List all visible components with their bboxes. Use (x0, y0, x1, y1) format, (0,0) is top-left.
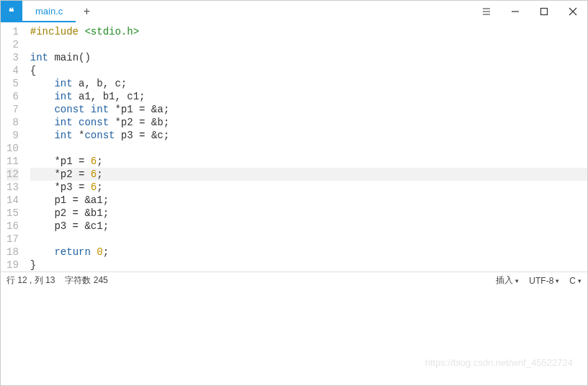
line-number: 2 (6, 38, 19, 51)
line-number: 13 (6, 181, 19, 194)
close-button[interactable] (558, 1, 587, 22)
line-number: 11 (6, 155, 19, 168)
titlebar: ❝ main.c + (1, 1, 587, 22)
line-number: 8 (6, 116, 19, 129)
code-line[interactable]: *p1 = 6; (30, 155, 587, 168)
tab-main-c[interactable]: main.c (22, 1, 76, 22)
line-number: 16 (6, 220, 19, 233)
line-number: 6 (6, 90, 19, 103)
char-count[interactable]: 字符数 245 (65, 274, 107, 287)
new-tab-button[interactable]: + (76, 1, 97, 22)
code-editor[interactable]: 12345678910111213141516171819 #include <… (1, 22, 587, 271)
encoding-selector[interactable]: UTF-8▾ (529, 276, 559, 286)
minimize-button[interactable] (501, 1, 530, 22)
line-number: 14 (6, 194, 19, 207)
line-number: 5 (6, 77, 19, 90)
code-line[interactable] (30, 233, 587, 246)
code-line[interactable]: { (30, 64, 587, 77)
code-line[interactable]: p3 = &c1; (30, 220, 587, 233)
line-number: 4 (6, 64, 19, 77)
code-line[interactable]: *p3 = 6; (30, 181, 587, 194)
line-number: 10 (6, 142, 19, 155)
cursor-position[interactable]: 行 12 , 列 13 (6, 274, 55, 287)
code-line[interactable]: } (30, 259, 587, 271)
code-line[interactable]: int main() (30, 51, 587, 64)
code-line[interactable] (30, 142, 587, 155)
code-line[interactable]: int const *p2 = &b; (30, 116, 587, 129)
insert-mode[interactable]: 插入▾ (496, 274, 519, 287)
code-line[interactable]: int a, b, c; (30, 77, 587, 90)
statusbar: 行 12 , 列 13 字符数 245 插入▾ UTF-8▾ C▾ (1, 271, 587, 289)
line-number: 15 (6, 207, 19, 220)
watermark: https://blog.csdn.net/wnf_45522724 (425, 357, 573, 368)
code-line[interactable]: int *const p3 = &c; (30, 129, 587, 142)
code-line[interactable]: const int *p1 = &a; (30, 103, 587, 116)
maximize-button[interactable] (530, 1, 558, 22)
hamburger-menu-icon[interactable] (472, 1, 501, 22)
code-line[interactable]: p2 = &b1; (30, 207, 587, 220)
line-number: 7 (6, 103, 19, 116)
line-number-gutter: 12345678910111213141516171819 (1, 22, 26, 271)
language-selector[interactable]: C▾ (569, 276, 582, 286)
line-number: 19 (6, 259, 19, 271)
line-number: 18 (6, 246, 19, 259)
code-line[interactable]: *p2 = 6; (30, 168, 587, 181)
line-number: 1 (6, 25, 19, 38)
line-number: 3 (6, 51, 19, 64)
code-line[interactable]: int a1, b1, c1; (30, 90, 587, 103)
code-area[interactable]: #include <stdio.h> int main(){ int a, b,… (26, 22, 587, 271)
line-number: 9 (6, 129, 19, 142)
app-icon: ❝ (1, 1, 22, 22)
svg-rect-0 (541, 9, 548, 15)
code-line[interactable]: #include <stdio.h> (30, 25, 587, 38)
line-number: 17 (6, 233, 19, 246)
code-line[interactable]: p1 = &a1; (30, 194, 587, 207)
code-line[interactable] (30, 38, 587, 51)
code-line[interactable]: return 0; (30, 246, 587, 259)
line-number: 12 (6, 168, 19, 181)
